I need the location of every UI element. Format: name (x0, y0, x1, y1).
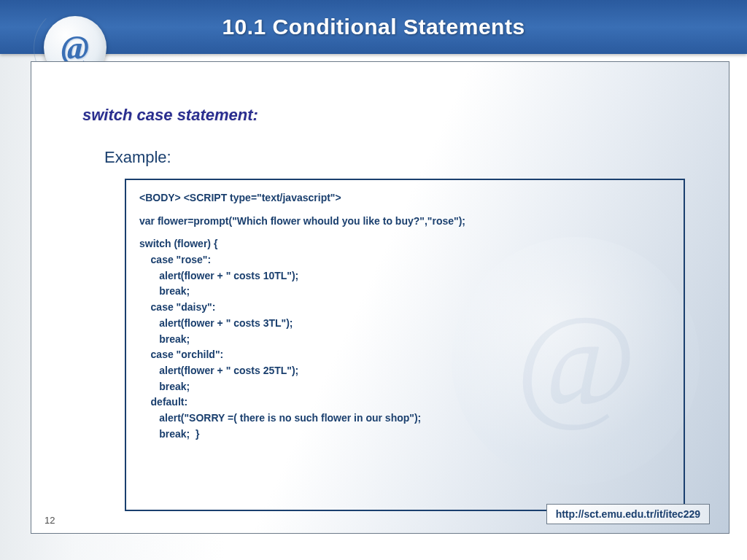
slide: 10.1 Conditional Statements @ switch cas… (0, 0, 747, 560)
title-bar: 10.1 Conditional Statements (0, 0, 747, 54)
content-frame: switch case statement: Example: <BODY> <… (31, 61, 729, 534)
code-line: <BODY> <SCRIPT type="text/javascript"> (139, 190, 670, 206)
code-line: alert(flower + " costs 10TL"); (139, 268, 670, 284)
code-line: alert("SORRY =( there is no such flower … (139, 411, 670, 427)
code-line: case "orchild": (139, 347, 670, 363)
code-line: alert(flower + " costs 3TL"); (139, 316, 670, 332)
code-line: break; (139, 332, 670, 348)
code-line: case "rose": (139, 252, 670, 268)
code-line: break; (139, 284, 670, 300)
code-line: alert(flower + " costs 25TL"); (139, 363, 670, 379)
footer-url: http://sct.emu.edu.tr/it/itec229 (546, 504, 710, 524)
code-line: default: (139, 394, 670, 411)
code-blank-line (139, 206, 670, 214)
code-line: switch (flower) { (139, 236, 670, 252)
code-line: break; (139, 379, 670, 395)
code-line: break; } (139, 427, 670, 443)
code-box: <BODY> <SCRIPT type="text/javascript">va… (125, 179, 685, 511)
code-blank-line (139, 229, 670, 236)
page-number: 12 (44, 515, 55, 526)
example-label: Example: (104, 148, 171, 167)
subtitle: switch case statement: (82, 106, 258, 125)
code-line: case "daisy": (139, 300, 670, 316)
slide-title: 10.1 Conditional Statements (0, 0, 747, 54)
code-line: var flower=prompt("Which flower whould y… (139, 214, 670, 230)
